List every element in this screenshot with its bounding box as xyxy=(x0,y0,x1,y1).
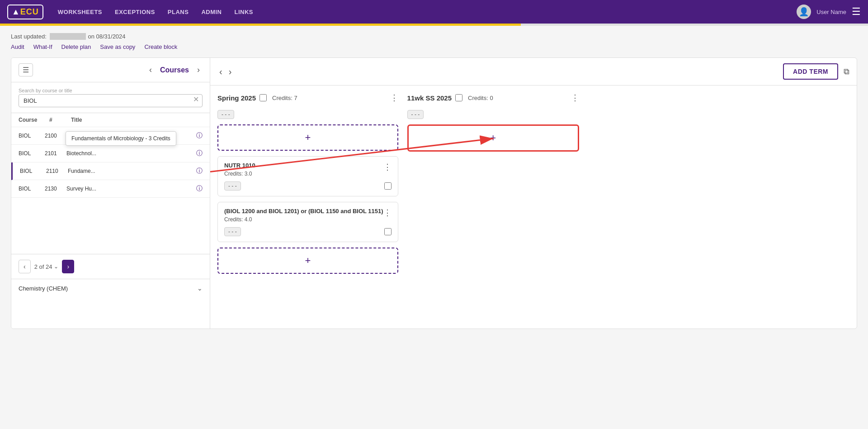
search-clear-button[interactable]: ✕ xyxy=(193,95,199,104)
course-card-title: (BIOL 1200 and BIOL 1201) or (BIOL 1150 … xyxy=(224,208,383,214)
term-credits: Credits: 0 xyxy=(468,95,493,101)
term-next-button[interactable]: › xyxy=(227,67,234,77)
add-course-button[interactable]: + xyxy=(217,124,398,151)
sidebar-header: ☰ ‹ Courses › xyxy=(11,58,210,82)
course-title: Biotechnol... xyxy=(66,150,193,157)
user-avatar[interactable]: 👤 xyxy=(797,5,811,19)
course-list-item[interactable]: BIOL 2110 Fundame... ⓘ xyxy=(11,162,210,180)
course-list: BIOL 2100 Biotechnol... ⓘ BIOL 2101 Biot… xyxy=(11,127,210,254)
course-card-info: NUTR 1010 Credits: 3.0 xyxy=(224,162,255,177)
main-panel: ☰ ‹ Courses › Search by course or title … xyxy=(11,57,857,329)
toolbar-arrows: ‹ › xyxy=(217,67,233,77)
course-title: Fundame... xyxy=(68,168,193,174)
pagination-prev-button[interactable]: ‹ xyxy=(19,260,31,273)
col-header-course: Course xyxy=(19,117,46,123)
course-card-header: NUTR 1010 Credits: 3.0 ⋮ xyxy=(224,162,392,177)
course-code: BIOL xyxy=(19,186,41,192)
course-grade-badge: - - - xyxy=(224,181,241,191)
term-title: 11wk SS 2025 xyxy=(407,94,452,102)
last-updated-info: Last updated: on 08/31/2024 xyxy=(11,33,857,40)
content-area: ‹ › ADD TERM ⧉ Spring 2025 Credits: 7 ⋮ … xyxy=(210,58,857,329)
term-grade-row: - - - xyxy=(217,110,398,119)
hamburger-menu-icon[interactable]: ☰ xyxy=(852,6,861,18)
course-card-menu-button[interactable]: ⋮ xyxy=(383,208,392,218)
course-card: (BIOL 1200 and BIOL 1201) or (BIOL 1150 … xyxy=(217,202,398,242)
term-grade-badge: - - - xyxy=(407,110,424,119)
add-course-bottom-button[interactable]: + xyxy=(217,248,398,274)
course-code: BIOL xyxy=(19,133,41,139)
sidebar: ☰ ‹ Courses › Search by course or title … xyxy=(11,58,210,329)
course-card-footer: - - - xyxy=(224,227,392,236)
course-tooltip: Fundamentals of Microbiology - 3 Credits xyxy=(66,131,176,146)
content-toolbar: ‹ › ADD TERM ⧉ xyxy=(210,58,857,86)
course-code: BIOL xyxy=(20,168,42,174)
nav-plans[interactable]: PLANS xyxy=(168,9,189,15)
add-course-button[interactable]: + xyxy=(407,124,579,152)
last-updated-label: Last updated: xyxy=(11,33,47,40)
category-expand-icon[interactable]: ⌄ xyxy=(197,285,203,292)
term-menu-button[interactable]: ⋮ xyxy=(571,93,579,103)
course-grade-badge: - - - xyxy=(224,227,241,236)
course-info-icon[interactable]: ⓘ xyxy=(196,167,203,175)
courses-prev-button[interactable]: ‹ xyxy=(146,64,155,76)
search-container: Search by course or title ✕ xyxy=(11,82,210,113)
course-card-credits: Credits: 3.0 xyxy=(224,171,255,177)
course-info-icon[interactable]: ⓘ xyxy=(196,185,203,193)
term-menu-button[interactable]: ⋮ xyxy=(390,93,398,103)
terms-area: Spring 2025 Credits: 7 ⋮ - - -+ NUTR 101… xyxy=(210,86,857,329)
course-card-info: (BIOL 1200 and BIOL 1201) or (BIOL 1150 … xyxy=(224,208,383,223)
nav-links-item[interactable]: LINKS xyxy=(234,9,253,15)
term-grade-badge: - - - xyxy=(217,110,234,119)
course-info-icon[interactable]: ⓘ xyxy=(196,149,203,157)
pagination-next-button[interactable]: › xyxy=(62,260,74,273)
user-name: User Name xyxy=(816,9,846,15)
delete-plan-link[interactable]: Delete plan xyxy=(61,43,91,50)
term-checkbox[interactable] xyxy=(455,94,462,101)
last-updated-date: on 08/31/2024 xyxy=(88,33,125,40)
course-list-item[interactable]: BIOL 2130 Survey Hu... ⓘ xyxy=(11,180,210,198)
courses-nav: ‹ Courses › xyxy=(146,64,203,76)
course-card-credits: Credits: 4.0 xyxy=(224,216,383,223)
courses-next-button[interactable]: › xyxy=(194,64,203,76)
pagination-dropdown-icon[interactable]: ⌄ xyxy=(54,263,58,270)
add-term-button[interactable]: ADD TERM xyxy=(783,63,838,80)
create-block-link[interactable]: Create block xyxy=(144,43,177,50)
col-header-num: # xyxy=(49,117,67,123)
course-card: NUTR 1010 Credits: 3.0 ⋮ - - - xyxy=(217,156,398,196)
top-navigation: ▲ ECU WORKSHEETS EXCEPTIONS PLANS ADMIN … xyxy=(0,0,868,24)
course-number: 2100 xyxy=(45,133,63,139)
course-card-checkbox[interactable] xyxy=(384,228,392,235)
what-if-link[interactable]: What-If xyxy=(33,43,52,50)
term-grade-row: - - - xyxy=(407,110,579,119)
sidebar-hamburger-button[interactable]: ☰ xyxy=(19,63,33,76)
last-updated-value xyxy=(50,33,86,40)
search-label: Search by course or title xyxy=(19,88,203,93)
save-as-copy-link[interactable]: Save as copy xyxy=(100,43,135,50)
term-checkbox[interactable] xyxy=(259,94,267,101)
col-header-title: Title xyxy=(71,117,203,123)
course-card-menu-button[interactable]: ⋮ xyxy=(383,162,392,172)
action-links: Audit What-If Delete plan Save as copy C… xyxy=(11,43,857,50)
course-info-icon[interactable]: ⓘ xyxy=(196,132,203,140)
course-number: 2101 xyxy=(45,150,63,157)
term-header: Spring 2025 Credits: 7 ⋮ xyxy=(217,93,398,103)
term-header: 11wk SS 2025 Credits: 0 ⋮ xyxy=(407,93,579,103)
course-card-footer: - - - xyxy=(224,181,392,191)
term-credits: Credits: 7 xyxy=(272,95,297,101)
nav-right: 👤 User Name ☰ xyxy=(797,5,861,19)
nav-exceptions[interactable]: EXCEPTIONS xyxy=(115,9,155,15)
pagination-info: 2 of 24 ⌄ xyxy=(34,263,59,270)
category-item-chemistry[interactable]: Chemistry (CHEM) ⌄ xyxy=(19,285,203,292)
course-list-item[interactable]: BIOL 2101 Biotechnol... ⓘ xyxy=(11,145,210,162)
fullscreen-button[interactable]: ⧉ xyxy=(844,67,849,76)
category-name: Chemistry (CHEM) xyxy=(19,285,68,292)
course-card-title: NUTR 1010 xyxy=(224,162,255,169)
nav-admin[interactable]: ADMIN xyxy=(201,9,222,15)
course-card-checkbox[interactable] xyxy=(384,182,392,190)
audit-link[interactable]: Audit xyxy=(11,43,24,50)
term-prev-button[interactable]: ‹ xyxy=(217,67,224,77)
course-number: 2130 xyxy=(45,186,63,192)
page-content: Last updated: on 08/31/2024 Audit What-I… xyxy=(0,26,868,336)
search-input[interactable] xyxy=(19,94,203,107)
nav-worksheets[interactable]: WORKSHEETS xyxy=(58,9,102,15)
